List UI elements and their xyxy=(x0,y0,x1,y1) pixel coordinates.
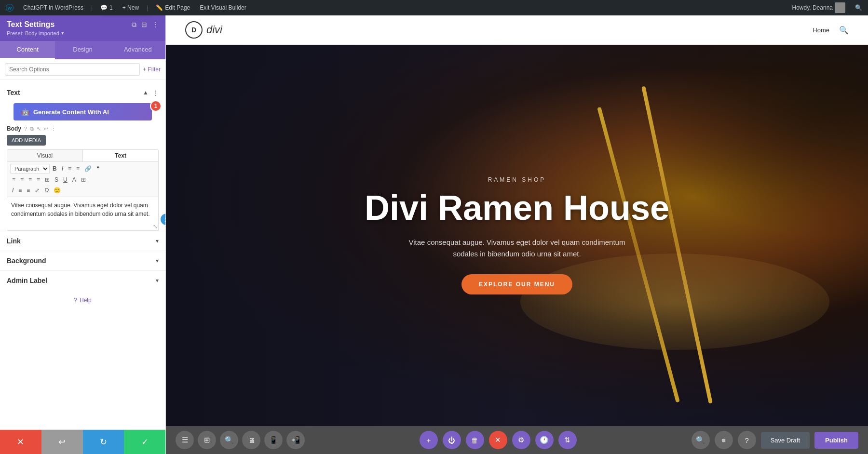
user-link[interactable]: Howdy, Deanna xyxy=(790,2,848,13)
bt-mobile-icon[interactable]: 📲 xyxy=(286,431,305,449)
background-section-header[interactable]: Background ▾ xyxy=(0,251,165,270)
redo-button[interactable]: ↻ xyxy=(83,430,124,454)
body-more-icon[interactable]: ⋮ xyxy=(51,126,56,132)
tab-design[interactable]: Design xyxy=(55,41,110,59)
body-cursor-icon[interactable]: ↖ xyxy=(37,126,41,132)
link-section-header[interactable]: Link ▾ xyxy=(0,231,165,251)
hero-cta-button[interactable]: EXPLORE OUR MENU xyxy=(461,274,572,294)
text-section-chevron-up[interactable]: ▲ xyxy=(143,89,149,96)
bt-menu-icon[interactable]: ☰ xyxy=(176,431,194,449)
edit-page-link[interactable]: ✏️ Edit Page xyxy=(154,4,192,11)
bt-tablet-icon[interactable]: 📱 xyxy=(264,431,283,449)
bottom-toolbar-right: 🔍 ≡ ? Save Draft Publish xyxy=(692,431,858,449)
resize-handle[interactable]: ⤡ xyxy=(152,222,159,231)
panel-clone-icon[interactable]: ⧉ xyxy=(132,21,136,29)
bt-close-icon[interactable]: ✕ xyxy=(489,431,507,449)
bt-move-icon[interactable]: ⇅ xyxy=(558,431,577,449)
chatgpt-plugin-link[interactable]: ChatGPT in WordPress xyxy=(21,4,85,11)
panel-preset[interactable]: Preset: Body imported ▾ xyxy=(7,30,159,36)
confirm-button[interactable]: ✓ xyxy=(124,430,165,454)
separator-1: | xyxy=(91,4,93,11)
text-section-header[interactable]: Text ▲ ⋮ xyxy=(0,85,165,100)
fullscreen-button[interactable]: ⤢ xyxy=(33,186,41,195)
paragraph-select[interactable]: Paragraph xyxy=(10,164,50,174)
italic2-button[interactable]: I xyxy=(10,186,15,195)
editor-tab-text[interactable]: Text xyxy=(83,150,158,161)
body-copy-icon[interactable]: ⧉ xyxy=(30,126,34,132)
admin-label-section-header[interactable]: Admin Label ▾ xyxy=(0,271,165,290)
nav-home[interactable]: Home xyxy=(813,27,829,34)
bt-zoom-icon[interactable]: 🔍 xyxy=(692,431,710,449)
exit-builder-link[interactable]: Exit Visual Builder xyxy=(198,4,248,11)
background-section-chevron[interactable]: ▾ xyxy=(156,257,159,264)
tab-content[interactable]: Content xyxy=(0,41,55,59)
filter-button[interactable]: + Filter xyxy=(143,66,161,73)
save-draft-button[interactable]: Save Draft xyxy=(761,432,810,449)
admin-bar: W ChatGPT in WordPress | 💬 1 + New | ✏️ … xyxy=(0,0,868,15)
bt-filter-icon[interactable]: ≡ xyxy=(715,431,733,449)
help-section[interactable]: ? Help xyxy=(0,290,165,310)
tab-advanced[interactable]: Advanced xyxy=(110,41,165,59)
bt-help-icon[interactable]: ? xyxy=(738,431,756,449)
italic-button[interactable]: I xyxy=(60,164,65,173)
bold-button[interactable]: B xyxy=(51,164,59,173)
search-input[interactable] xyxy=(5,63,140,76)
add-media-button[interactable]: ADD MEDIA xyxy=(7,135,46,146)
indent-right-button[interactable]: ≡ xyxy=(25,186,32,195)
bt-grid-icon[interactable]: ⊞ xyxy=(198,431,216,449)
editor-content-wrapper: Vitae consequat augue. Vivamus eget dolo… xyxy=(7,197,159,231)
underline-button[interactable]: U xyxy=(61,175,69,184)
align-center-button[interactable]: ≡ xyxy=(18,175,26,184)
bottom-toolbar: ☰ ⊞ 🔍 🖥 📱 📲 + ⏻ 🗑 ✕ ⚙ 🕐 ⇅ 🔍 ≡ ? xyxy=(166,426,868,454)
bt-settings-icon[interactable]: ⚙ xyxy=(512,431,530,449)
numbered-list-button[interactable]: ≡ xyxy=(74,164,81,173)
link-section-chevron[interactable]: ▾ xyxy=(156,238,159,244)
omega-button[interactable]: Ω xyxy=(42,186,51,195)
body-undo-icon[interactable]: ↩ xyxy=(44,126,48,132)
blockquote-button[interactable]: ❝ xyxy=(95,164,101,173)
indent-more-button[interactable]: ⊞ xyxy=(79,175,88,184)
background-section: Background ▾ xyxy=(0,251,165,270)
text-section: Text ▲ ⋮ 🤖 Generate Content With AI 1 xyxy=(0,85,165,231)
panel-layout-icon[interactable]: ⊟ xyxy=(141,21,147,28)
table-button[interactable]: ⊞ xyxy=(43,175,52,184)
ai-generate-button[interactable]: 🤖 Generate Content With AI xyxy=(14,103,152,120)
editor-tab-visual[interactable]: Visual xyxy=(7,150,83,161)
ai-badge-1: 1 xyxy=(150,100,162,112)
link-section: Link ▾ xyxy=(0,231,165,251)
wp-logo[interactable]: W xyxy=(4,4,15,12)
bt-desktop-icon[interactable]: 🖥 xyxy=(242,431,260,449)
bt-power-icon[interactable]: ⏻ xyxy=(443,431,461,449)
align-left-button[interactable]: ≡ xyxy=(10,175,17,184)
strikethrough-button[interactable]: S xyxy=(53,175,60,184)
undo-button[interactable]: ↩ xyxy=(41,430,83,454)
body-label: Body xyxy=(7,125,21,132)
comments-link[interactable]: 💬 1 xyxy=(98,4,115,11)
bt-trash-icon[interactable]: 🗑 xyxy=(466,431,484,449)
link-button[interactable]: 🔗 xyxy=(82,164,94,173)
bullet-list-button[interactable]: ≡ xyxy=(66,164,73,173)
indent-left-button[interactable]: ≡ xyxy=(16,186,24,195)
bt-history-icon[interactable]: 🕐 xyxy=(535,431,554,449)
text-section-more[interactable]: ⋮ xyxy=(152,89,159,96)
bt-add-icon[interactable]: + xyxy=(420,431,438,449)
cancel-button[interactable]: ✕ xyxy=(0,430,41,454)
search-admin-icon[interactable]: 🔍 xyxy=(853,4,864,11)
admin-bar-right: Howdy, Deanna 🔍 xyxy=(790,2,865,13)
editor-content-area[interactable]: Vitae consequat augue. Vivamus eget dolo… xyxy=(7,197,159,231)
align-right-button[interactable]: ≡ xyxy=(27,175,34,184)
bt-search-icon[interactable]: 🔍 xyxy=(220,431,238,449)
editor-toolbar: Paragraph B I ≡ ≡ 🔗 ❝ ≡ ≡ ≡ xyxy=(7,162,159,197)
panel-more-icon[interactable]: ⋮ xyxy=(152,21,159,28)
align-justify-button[interactable]: ≡ xyxy=(35,175,42,184)
publish-button[interactable]: Publish xyxy=(814,432,858,449)
panel-footer: ✕ ↩ ↻ ✓ xyxy=(0,429,165,454)
toolbar-row-3: I ≡ ≡ ⤢ Ω 🙂 Divi AI Options xyxy=(10,186,155,195)
text-color-button[interactable]: A xyxy=(70,175,78,184)
new-link[interactable]: + New xyxy=(121,4,141,11)
background-section-title: Background xyxy=(7,257,46,265)
emoji-button[interactable]: 🙂 xyxy=(52,186,63,195)
site-search-icon[interactable]: 🔍 xyxy=(839,26,849,35)
body-help-icon[interactable]: ? xyxy=(24,126,27,132)
admin-label-section-chevron[interactable]: ▾ xyxy=(156,277,159,284)
